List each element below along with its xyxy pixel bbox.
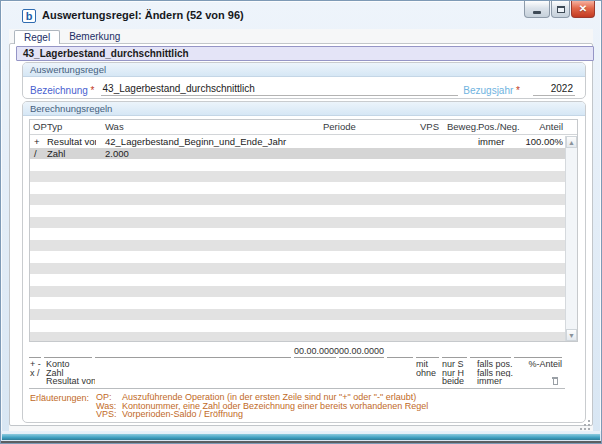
cell-vps — [417, 205, 443, 217]
cell-anteil — [515, 171, 565, 183]
cell-p1 — [295, 240, 340, 252]
tab-bemerkung[interactable]: Bemerkung — [60, 30, 129, 44]
cell-p1 — [295, 194, 340, 206]
cell-p2 — [340, 286, 388, 298]
table-row[interactable] — [30, 205, 565, 217]
table-row[interactable] — [30, 228, 565, 240]
delete-icon[interactable] — [551, 377, 559, 386]
cell-p2 — [340, 136, 388, 148]
cell-anteil — [515, 332, 565, 342]
cell-was — [96, 194, 295, 206]
edit-typ-field[interactable] — [44, 346, 92, 358]
bezugsjahr-input[interactable]: 2022 — [533, 82, 575, 96]
scroll-down-icon[interactable]: ▼ — [566, 329, 577, 341]
cell-anteil — [515, 286, 565, 298]
divider — [29, 388, 565, 389]
table-scrollbar[interactable]: ▲ ▼ — [565, 136, 577, 341]
cell-p2 — [340, 297, 388, 309]
cell-p1 — [295, 228, 340, 240]
cell-anteil — [515, 159, 565, 171]
cell-was — [96, 182, 295, 194]
required-marker: * — [91, 85, 95, 96]
table-row[interactable] — [30, 332, 565, 342]
column-vps: VPS — [417, 120, 443, 134]
cell-typ — [45, 205, 96, 217]
cell-gap — [388, 274, 417, 286]
edit-was-field[interactable] — [95, 346, 291, 358]
cell-beweg: beide — [442, 377, 470, 386]
minimize-button[interactable] — [524, 1, 550, 18]
title-bar[interactable]: b Auswertungsregel: Ändern (52 von 96) ✕ — [1, 1, 601, 29]
cell-vps — [417, 228, 443, 240]
cell-posneg — [471, 205, 515, 217]
maximize-button[interactable] — [551, 1, 570, 18]
cell-beweg: nur S — [442, 360, 470, 369]
table-row[interactable] — [30, 159, 565, 171]
table-row[interactable] — [30, 274, 565, 286]
cell-op — [30, 251, 45, 263]
cell-vps — [417, 320, 443, 332]
cell-posneg — [471, 240, 515, 252]
cell-op — [30, 194, 45, 206]
table-row[interactable]: /Zahl2.000 — [30, 148, 565, 160]
table-row[interactable] — [30, 194, 565, 206]
table-row[interactable] — [30, 251, 565, 263]
cell-p2 — [340, 148, 388, 160]
cell-beweg: nur H — [442, 369, 470, 378]
tab-regel[interactable]: Regel — [14, 30, 60, 44]
cell-typ — [45, 182, 96, 194]
resize-grip-icon[interactable] — [581, 421, 590, 430]
bezeichnung-input[interactable]: 43_Lagerbestand_durchschnittlich — [101, 82, 458, 96]
cell-op: x / — [29, 369, 44, 378]
table-row[interactable]: +Resultat von42_Lagerbestand_Beginn_und_… — [30, 136, 565, 148]
column-typ: Typ — [45, 120, 96, 134]
table-row[interactable] — [30, 309, 565, 321]
cell-p1 — [295, 297, 340, 309]
cell-posneg — [471, 228, 515, 240]
teal-accent-bar — [2, 434, 600, 440]
edit-beweg-field[interactable] — [442, 346, 467, 358]
edit-vps-field[interactable] — [416, 346, 439, 358]
cell-vps — [417, 251, 443, 263]
table-row[interactable] — [30, 320, 565, 332]
table-row[interactable] — [30, 263, 565, 275]
auswertungsregel-header: Auswertungsregel — [23, 63, 585, 77]
cell-posneg — [471, 309, 515, 321]
cell-gap — [388, 182, 417, 194]
table-row[interactable] — [30, 217, 565, 229]
cell-was — [96, 320, 295, 332]
client-area: Regel Bemerkung 43_Lagerbestand_durchsch… — [9, 29, 593, 431]
column-op: OP — [30, 120, 45, 134]
edit-gap-field[interactable] — [387, 346, 413, 358]
close-button[interactable]: ✕ — [571, 1, 595, 18]
column-periode: Periode — [295, 120, 388, 134]
cell-op — [30, 171, 45, 183]
cell-beweg — [443, 205, 471, 217]
cell-vps — [417, 286, 443, 298]
table-row[interactable] — [30, 171, 565, 183]
erlaeuterungen-items: OP:Auszuführende Operation (in der erste… — [29, 393, 569, 419]
cell-beweg — [443, 263, 471, 275]
legend-row: + -Kontomitnur Sfalls pos.%-Anteil — [29, 360, 565, 369]
cell-beweg — [443, 148, 471, 160]
cell-p1 — [295, 274, 340, 286]
cell-op — [30, 263, 45, 275]
cell-beweg — [443, 286, 471, 298]
table-row[interactable] — [30, 240, 565, 252]
cell-p2 — [339, 360, 387, 369]
edit-op-field[interactable] — [29, 346, 41, 358]
cell-gap — [388, 309, 417, 321]
cell-typ — [45, 263, 96, 275]
cell-p2 — [339, 377, 387, 386]
table-row[interactable] — [30, 297, 565, 309]
edit-periode-von-field[interactable]: 00.00.0000 — [294, 346, 336, 358]
edit-anteil-field[interactable] — [514, 346, 562, 358]
scroll-up-icon[interactable]: ▲ — [566, 136, 577, 148]
table-row[interactable] — [30, 182, 565, 194]
cell-anteil — [515, 263, 565, 275]
table-row[interactable] — [30, 286, 565, 298]
edit-periode-bis-field[interactable]: 00.00.0000 — [339, 346, 384, 358]
edit-posneg-field[interactable] — [470, 346, 511, 358]
cell-op — [30, 274, 45, 286]
cell-anteil — [515, 228, 565, 240]
